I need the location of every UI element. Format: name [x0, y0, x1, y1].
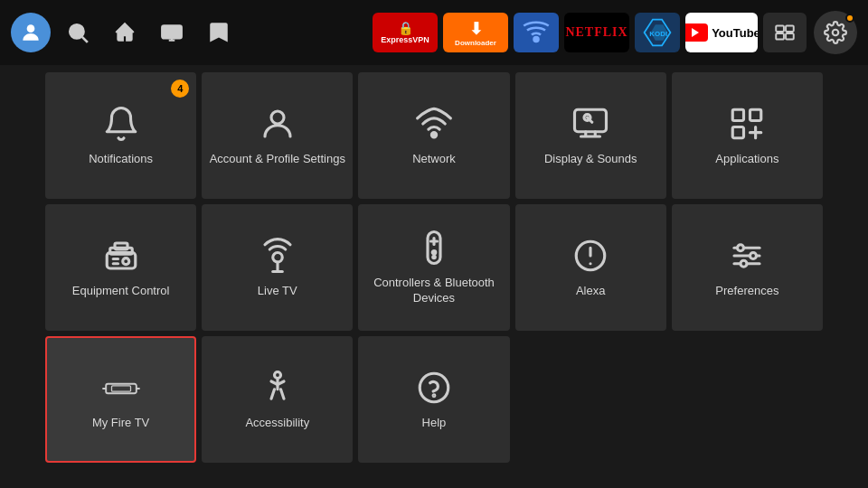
network-tile[interactable]: Network [358, 72, 509, 199]
display-icon [571, 105, 609, 143]
svg-rect-18 [733, 109, 744, 120]
preferences-label: Preferences [715, 284, 778, 299]
netflix-app[interactable]: NETFLIX [564, 13, 629, 52]
my-fire-tv-label: My Fire TV [92, 416, 149, 431]
svg-point-16 [431, 132, 436, 136]
accessibility-tile[interactable]: Accessibility [202, 336, 353, 463]
youtube-label: YouTube [712, 26, 758, 40]
accessibility-icon [259, 369, 297, 407]
svg-rect-10 [776, 25, 784, 32]
antenna-icon [259, 237, 297, 275]
app-shortcuts: 🔒ExpressVPN ⬇ Downloader NETFLIX KODI [373, 13, 807, 52]
svg-point-14 [833, 30, 839, 36]
blue-app[interactable] [514, 13, 559, 52]
svg-point-34 [433, 256, 435, 258]
top-nav: 🔒ExpressVPN ⬇ Downloader NETFLIX KODI [0, 0, 868, 65]
svg-point-41 [741, 260, 747, 267]
notifications-tile[interactable]: 4 Notifications [45, 72, 196, 199]
svg-point-26 [122, 258, 128, 264]
live-tv-tile[interactable]: Live TV [202, 204, 353, 331]
svg-rect-11 [786, 25, 794, 32]
equipment-label: Equipment Control [72, 284, 170, 299]
help-tile[interactable]: Help [358, 336, 509, 463]
preferences-tile[interactable]: Preferences [672, 204, 823, 331]
notifications-label: Notifications [89, 152, 153, 167]
notifications-badge: 4 [171, 80, 189, 98]
controllers-label: Controllers & Bluetooth Devices [358, 276, 509, 306]
svg-point-48 [433, 394, 435, 396]
help-icon [415, 369, 453, 407]
live-tv-label: Live TV [258, 284, 297, 299]
my-fire-tv-tile[interactable]: My Fire TV [45, 336, 196, 463]
kodi-app[interactable]: KODI [635, 13, 680, 52]
applications-tile[interactable]: Applications [672, 72, 823, 199]
help-label: Help [422, 416, 447, 431]
svg-point-15 [271, 111, 284, 124]
alexa-label: Alexa [576, 284, 606, 299]
mirroring-app[interactable] [763, 13, 807, 52]
settings-button[interactable] [814, 11, 857, 54]
sliders-icon [728, 237, 766, 275]
remote-icon [415, 229, 453, 267]
person-icon [259, 105, 297, 143]
display-label: Display & Sounds [544, 152, 637, 167]
settings-badge [845, 14, 854, 23]
avatar-icon[interactable] [11, 13, 51, 52]
display-sounds-tile[interactable]: Display & Sounds [515, 72, 666, 199]
wifi-icon [415, 105, 453, 143]
downloader-app[interactable]: ⬇ Downloader [443, 13, 508, 52]
expressvpn-app[interactable]: 🔒ExpressVPN [373, 13, 438, 52]
svg-rect-23 [115, 243, 127, 249]
alexa-icon [571, 237, 609, 275]
tv-icon[interactable] [152, 13, 192, 52]
account-label: Account & Profile Settings [210, 152, 345, 167]
svg-point-33 [432, 251, 436, 255]
bookmark-icon[interactable] [199, 13, 239, 52]
svg-rect-13 [786, 33, 794, 40]
svg-text:KODI: KODI [649, 30, 667, 38]
alexa-tile[interactable]: Alexa [515, 204, 666, 331]
search-icon[interactable] [58, 13, 98, 52]
apps-icon [728, 105, 766, 143]
youtube-app[interactable]: YouTube [685, 13, 758, 52]
controllers-bluetooth-tile[interactable]: Controllers & Bluetooth Devices [358, 204, 509, 331]
svg-point-0 [27, 24, 35, 33]
settings-grid: 4 Notifications Account & Profile Settin… [0, 65, 868, 470]
bell-icon [102, 105, 140, 143]
svg-rect-19 [750, 109, 761, 120]
accessibility-label: Accessibility [245, 416, 309, 431]
svg-point-6 [534, 37, 539, 42]
svg-rect-3 [162, 25, 182, 38]
svg-point-40 [750, 252, 757, 258]
svg-line-2 [82, 37, 88, 42]
network-label: Network [412, 152, 456, 167]
svg-point-39 [738, 244, 744, 250]
home-icon[interactable] [105, 13, 145, 52]
svg-point-27 [273, 252, 283, 262]
svg-rect-20 [733, 127, 744, 137]
applications-label: Applications [715, 152, 778, 167]
fire-tv-icon [102, 369, 140, 407]
svg-point-1 [70, 24, 83, 38]
svg-rect-12 [776, 33, 784, 40]
account-profile-tile[interactable]: Account & Profile Settings [202, 72, 353, 199]
svg-rect-43 [111, 385, 130, 390]
equipment-control-tile[interactable]: Equipment Control [45, 204, 196, 331]
equipment-icon [102, 237, 140, 275]
